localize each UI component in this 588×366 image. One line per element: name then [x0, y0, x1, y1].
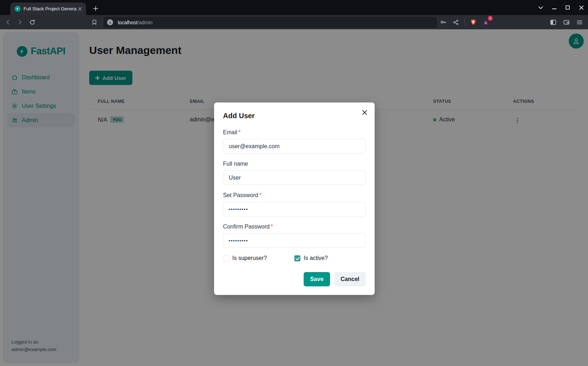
set-password-field-group: Set Password*	[223, 192, 366, 216]
window-maximize-button[interactable]	[564, 4, 572, 11]
fastapi-favicon-icon	[15, 6, 21, 12]
browser-tab[interactable]: Full Stack Project Genera	[10, 2, 86, 15]
browser-titlebar: Full Stack Project Genera	[0, 0, 588, 15]
url-text: localhost/admin	[118, 20, 152, 25]
window-minimize-button[interactable]	[550, 4, 558, 11]
rewards-badge: 1	[488, 16, 493, 21]
modal-close-icon[interactable]	[360, 108, 369, 117]
checkbox-checked-icon	[294, 255, 300, 261]
reload-icon[interactable]	[27, 17, 37, 27]
bookmark-icon[interactable]	[89, 17, 99, 27]
share-icon[interactable]	[451, 17, 461, 27]
confirm-password-field-group: Confirm Password*	[223, 224, 366, 248]
back-icon[interactable]	[3, 17, 13, 27]
is-active-checkbox[interactable]: Is active?	[294, 255, 366, 261]
is-superuser-label: Is superuser?	[232, 255, 267, 261]
is-superuser-checkbox[interactable]: Is superuser?	[223, 255, 294, 261]
window-close-button[interactable]	[577, 4, 585, 11]
required-asterisk: *	[259, 192, 262, 198]
full-name-label: Full name	[223, 161, 366, 167]
checkbox-unchecked-icon	[223, 255, 229, 261]
toolbar-divider	[464, 19, 465, 26]
sidebar-toggle-icon[interactable]	[548, 17, 558, 27]
save-button[interactable]: Save	[304, 272, 330, 286]
add-user-modal: Add User Email* Full name Set Password* …	[214, 102, 375, 295]
brave-rewards-icon[interactable]: 1	[481, 17, 491, 27]
confirm-password-label: Confirm Password*	[223, 224, 366, 230]
cancel-button[interactable]: Cancel	[334, 272, 366, 286]
brave-shield-icon[interactable]	[468, 17, 478, 27]
tab-close-icon[interactable]	[77, 6, 83, 12]
full-name-field[interactable]	[223, 170, 366, 185]
tab-title: Full Stack Project Genera	[24, 6, 77, 11]
url-bar[interactable]: i localhost/admin	[103, 17, 437, 28]
tab-search-chevron-icon[interactable]	[537, 4, 544, 11]
wallet-icon[interactable]	[561, 17, 571, 27]
is-active-label: Is active?	[304, 255, 328, 261]
key-icon[interactable]	[438, 17, 448, 27]
new-tab-button[interactable]	[91, 4, 100, 13]
email-field[interactable]	[223, 139, 366, 154]
email-field-group: Email*	[223, 129, 366, 154]
site-info-icon[interactable]: i	[107, 19, 113, 25]
required-asterisk: *	[238, 129, 240, 135]
set-password-field[interactable]	[223, 202, 366, 216]
menu-hamburger-icon[interactable]	[574, 17, 584, 27]
browser-toolbar: i localhost/admin 1	[0, 15, 588, 29]
full-name-field-group: Full name	[223, 161, 366, 185]
email-label: Email*	[223, 129, 366, 136]
confirm-password-field[interactable]	[223, 233, 366, 248]
page-viewport: FastAPI Dashboard Items User Settings Ad…	[0, 29, 588, 366]
set-password-label: Set Password*	[223, 192, 366, 199]
modal-title: Add User	[223, 112, 366, 120]
forward-icon[interactable]	[15, 17, 25, 27]
required-asterisk: *	[271, 224, 273, 230]
